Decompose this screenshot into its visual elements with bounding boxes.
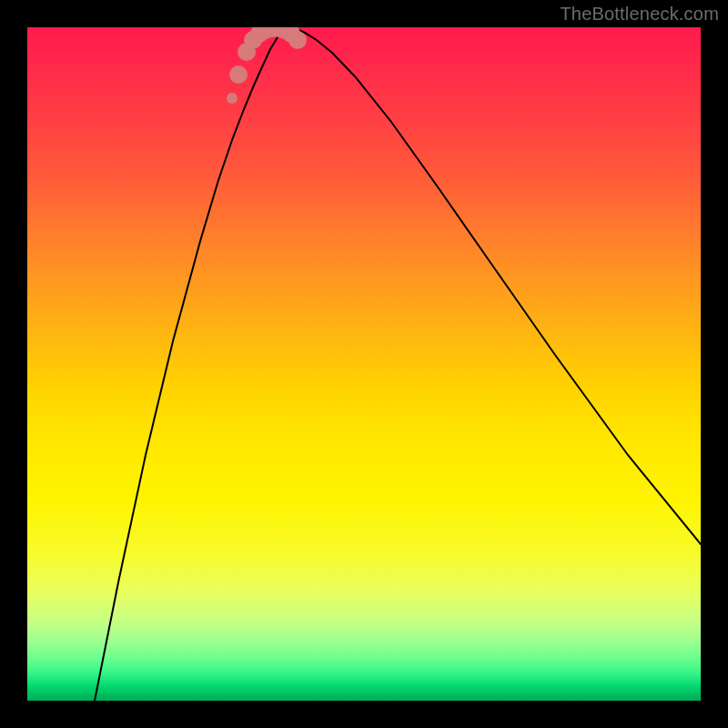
watermark-text: TheBottleneck.com — [560, 4, 719, 25]
chart-frame: TheBottleneck.com — [0, 0, 728, 728]
plot-area — [27, 27, 701, 701]
curve-overlay — [27, 27, 701, 701]
highlight-dot — [229, 66, 248, 84]
highlight-dot — [288, 31, 307, 49]
highlight-outlier-dot — [227, 93, 238, 104]
bottleneck-curve — [95, 28, 701, 701]
